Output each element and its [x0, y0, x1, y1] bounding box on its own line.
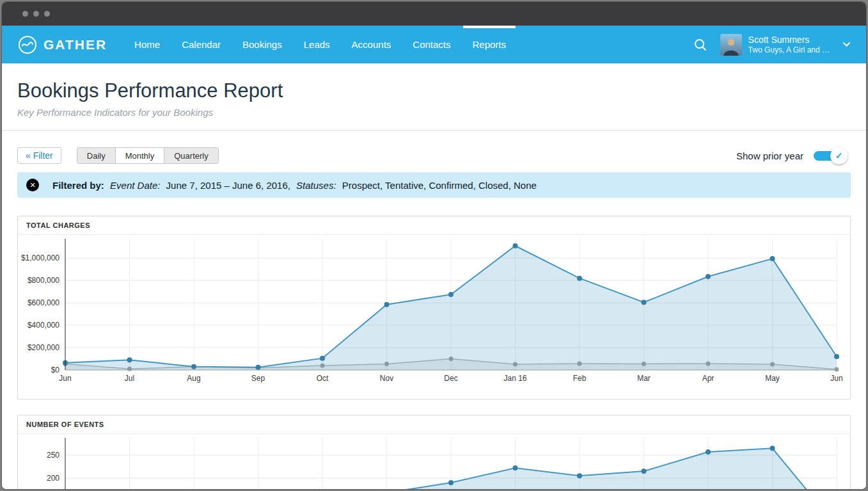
- svg-text:Sep: Sep: [251, 374, 265, 383]
- number-of-events-chart: 250200150100500JunJulAugSepOctNovDecJan …: [18, 434, 850, 489]
- nav-item-bookings[interactable]: Bookings: [232, 26, 293, 63]
- event-date-value: June 7, 2015 – June 6, 2016,: [166, 180, 290, 191]
- svg-text:Jun: Jun: [830, 374, 842, 383]
- panel-title-total-charges: TOTAL CHARGES: [18, 216, 850, 235]
- filter-button[interactable]: « Filter: [17, 147, 61, 164]
- statuses-value: Prospect, Tentative, Confirmed, Closed, …: [342, 180, 537, 191]
- close-icon: ✕: [29, 181, 35, 189]
- user-org: Two Guys, A Girl and …: [748, 45, 830, 55]
- svg-text:$800,000: $800,000: [28, 276, 59, 285]
- header-divider: [2, 130, 866, 131]
- svg-text:$0: $0: [51, 366, 60, 374]
- top-navbar: GATHER Home Calendar Bookings Leads Acco…: [2, 26, 866, 63]
- total-charges-panel: TOTAL CHARGES $1,000,000$800,000$600,000…: [17, 216, 851, 399]
- event-date-label: Event Date:: [110, 180, 160, 191]
- nav-item-label: Reports: [473, 39, 507, 50]
- statuses-label: Statuses:: [296, 180, 336, 191]
- page-content: Bookings Performance Report Key Performa…: [2, 79, 866, 489]
- svg-text:$400,000: $400,000: [28, 321, 59, 330]
- nav-item-home[interactable]: Home: [123, 26, 171, 63]
- window-control-minimize[interactable]: [33, 11, 39, 17]
- svg-text:$600,000: $600,000: [28, 298, 59, 307]
- nav-item-reports[interactable]: Reports: [462, 26, 517, 63]
- svg-text:Feb: Feb: [573, 374, 587, 383]
- search-icon: [693, 38, 707, 52]
- nav-item-label: Calendar: [182, 39, 221, 50]
- segment-monthly[interactable]: Monthly: [115, 148, 164, 163]
- svg-text:Aug: Aug: [187, 374, 200, 383]
- clear-filter-button[interactable]: ✕: [26, 179, 39, 191]
- nav-item-label: Accounts: [352, 39, 391, 50]
- total-charges-chart: $1,000,000$800,000$600,000$400,000$200,0…: [18, 235, 850, 399]
- nav-item-contacts[interactable]: Contacts: [402, 26, 461, 63]
- svg-text:$1,000,000: $1,000,000: [21, 254, 59, 262]
- nav-item-label: Bookings: [242, 39, 282, 50]
- chevron-down-icon: [842, 42, 851, 47]
- check-icon: ✓: [835, 150, 843, 161]
- page-subtitle: Key Performance Indicators for your Book…: [17, 107, 851, 118]
- avatar: [720, 34, 742, 56]
- svg-text:$200,000: $200,000: [28, 343, 59, 352]
- navbar-right: Scott Summers Two Guys, A Girl and …: [693, 34, 851, 56]
- report-toolbar: « Filter Daily Monthly Quarterly Show pr…: [17, 147, 851, 164]
- nav-item-leads[interactable]: Leads: [293, 26, 341, 63]
- svg-text:Jul: Jul: [125, 374, 134, 383]
- window-titlebar: [2, 2, 866, 26]
- svg-text:Dec: Dec: [444, 374, 457, 383]
- user-menu[interactable]: Scott Summers Two Guys, A Girl and …: [720, 34, 851, 56]
- panel-title-number-of-events: NUMBER OF EVENTS: [18, 415, 850, 434]
- brand-name: GATHER: [43, 37, 107, 52]
- svg-text:250: 250: [47, 451, 59, 460]
- toolbar-right: Show prior year ✓: [736, 150, 851, 161]
- brand-logo[interactable]: GATHER: [17, 35, 107, 55]
- svg-text:Mar: Mar: [637, 374, 651, 383]
- page-title: Bookings Performance Report: [17, 79, 851, 102]
- svg-text:200: 200: [47, 474, 59, 483]
- segment-daily[interactable]: Daily: [77, 148, 115, 163]
- svg-text:May: May: [765, 374, 780, 383]
- main-nav: Home Calendar Bookings Leads Accounts Co…: [123, 26, 517, 63]
- show-prior-year-label: Show prior year: [736, 150, 803, 161]
- window-control-zoom[interactable]: [44, 11, 50, 17]
- svg-text:Jun: Jun: [59, 374, 71, 383]
- filtered-by-label: Filtered by:: [52, 180, 104, 191]
- prior-year-toggle[interactable]: ✓: [814, 151, 843, 161]
- toggle-knob: ✓: [830, 147, 848, 165]
- segment-quarterly[interactable]: Quarterly: [164, 148, 217, 163]
- nav-item-calendar[interactable]: Calendar: [171, 26, 232, 63]
- nav-item-label: Home: [134, 39, 160, 50]
- nav-item-label: Contacts: [413, 39, 450, 50]
- user-text: Scott Summers Two Guys, A Girl and …: [748, 35, 830, 55]
- search-button[interactable]: [693, 38, 707, 52]
- filter-summary-bar: ✕ Filtered by: Event Date: June 7, 2015 …: [17, 172, 851, 198]
- number-of-events-panel: NUMBER OF EVENTS 250200150100500JunJulAu…: [17, 415, 851, 489]
- svg-text:Jan 16: Jan 16: [503, 374, 526, 383]
- nav-item-label: Leads: [304, 39, 330, 50]
- svg-text:Oct: Oct: [317, 374, 329, 383]
- window-control-close[interactable]: [22, 11, 28, 17]
- filter-summary-text: Filtered by: Event Date: June 7, 2015 – …: [52, 180, 540, 191]
- interval-segmented-control: Daily Monthly Quarterly: [77, 147, 219, 164]
- svg-text:Apr: Apr: [702, 374, 714, 383]
- gather-logo-icon: [17, 35, 38, 55]
- svg-text:Nov: Nov: [380, 374, 393, 383]
- app-window: GATHER Home Calendar Bookings Leads Acco…: [2, 2, 866, 489]
- user-name: Scott Summers: [748, 35, 830, 45]
- nav-item-accounts[interactable]: Accounts: [341, 26, 402, 63]
